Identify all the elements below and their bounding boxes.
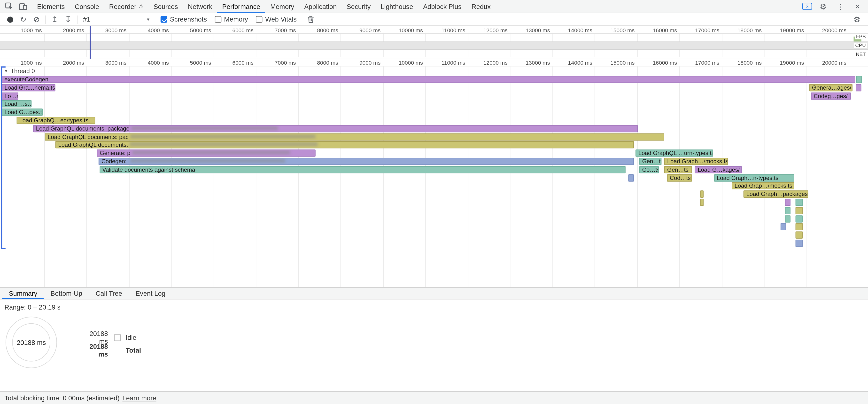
idle-swatch (114, 334, 121, 341)
flame-bar[interactable] (628, 174, 634, 181)
tab-performance[interactable]: Performance (217, 0, 265, 13)
flame-bar[interactable]: Generate: p (97, 150, 315, 157)
flame-bar[interactable]: Codegen: (99, 158, 634, 165)
reload-and-record-button[interactable]: ↻ (17, 14, 30, 25)
legend-row-total: 20188 ms Total (80, 344, 141, 356)
flame-bar[interactable] (796, 240, 803, 247)
inspect-icon[interactable] (3, 0, 15, 12)
tab-redux[interactable]: Redux (466, 0, 496, 13)
flame-bar[interactable]: Load Grap…/mocks.ts (732, 182, 795, 190)
flame-bar[interactable] (796, 215, 803, 222)
flame-bar-label: Cod…ts (670, 174, 691, 181)
thread-header[interactable]: ▼ Thread 0 (4, 68, 35, 74)
bottom-tab-call-tree[interactable]: Call Tree (89, 288, 129, 299)
grid-line (806, 65, 807, 287)
tab-lighthouse[interactable]: Lighthouse (376, 0, 418, 13)
timeline-overview[interactable]: 1000 ms2000 ms3000 ms4000 ms5000 ms6000 … (0, 26, 868, 59)
pie-total-label: 20188 ms (17, 339, 46, 346)
tab-recorder[interactable]: Recorder⚠ (104, 0, 149, 13)
flame-bar[interactable] (796, 231, 803, 239)
checkbox-web-vitals[interactable]: Web Vitals (256, 15, 297, 23)
flame-bar[interactable] (785, 215, 791, 222)
flame-bar[interactable]: Load Gra…hema.ts (2, 84, 56, 91)
flame-bar[interactable]: Load Graph…packages/ (744, 191, 808, 198)
tab-security[interactable]: Security (342, 0, 376, 13)
checkbox-screenshots[interactable]: Screenshots (161, 15, 207, 23)
record-button[interactable] (3, 14, 17, 25)
flame-bar[interactable] (856, 84, 862, 91)
tick-label: 9000 ms (342, 27, 380, 33)
flame-bar[interactable] (780, 223, 786, 230)
kebab-menu-icon[interactable]: ⋮ (834, 0, 846, 12)
recording-select[interactable]: #1 ▾ (80, 15, 153, 23)
flame-bar[interactable] (701, 199, 704, 206)
tick-label: 15000 ms (596, 60, 635, 66)
tick-label: 12000 ms (469, 27, 507, 33)
grid-line (510, 65, 510, 287)
flame-bar[interactable]: Genera…ages/ (809, 84, 852, 91)
flame-bar[interactable]: executeCodegen (2, 76, 856, 83)
tab-network[interactable]: Network (183, 0, 217, 13)
flame-bar[interactable]: Cod…ts (667, 174, 692, 181)
flame-bar[interactable]: Load Graph…n-types.ts (714, 174, 795, 181)
save-profile-button[interactable]: ↧ (62, 14, 75, 25)
details-tabbar: SummaryBottom-UpCall TreeEvent Log (0, 287, 868, 299)
flame-bar-label: Gen…ts (642, 158, 661, 164)
settings-gear-icon[interactable]: ⚙ (817, 0, 829, 12)
load-profile-button[interactable]: ↥ (48, 14, 62, 25)
tab-adblock-plus[interactable]: Adblock Plus (418, 0, 466, 13)
tab-memory[interactable]: Memory (265, 0, 299, 13)
flame-bar[interactable]: Load GraphQL documents: package (33, 125, 638, 132)
tab-label: Performance (222, 2, 260, 10)
flame-chart[interactable]: 1000 ms2000 ms3000 ms4000 ms5000 ms6000 … (0, 59, 868, 287)
clear-button[interactable]: ⊘ (30, 14, 43, 25)
tick-label: 14000 ms (554, 27, 592, 33)
flame-bar[interactable] (796, 199, 803, 206)
flame-bar[interactable]: Load Graph…/mocks.ts (664, 158, 728, 165)
summary-legend: 20188 ms Idle 20188 ms Total (80, 331, 141, 356)
bottom-tab-bottom-up[interactable]: Bottom-Up (44, 288, 89, 299)
flame-bar[interactable]: Validate documents against schema (99, 166, 626, 173)
tick-label: 1000 ms (3, 60, 42, 66)
flame-bar[interactable] (785, 199, 791, 206)
tab-console[interactable]: Console (70, 0, 104, 13)
checkbox-box[interactable] (256, 16, 262, 23)
delete-recording-button[interactable] (304, 14, 318, 25)
flame-bar[interactable]: Load GraphQL documents: (56, 142, 634, 149)
flame-bar[interactable]: Load GraphQ…ed/types.ts (17, 117, 95, 124)
flame-bar-label: Codeg…ges/ (814, 92, 848, 99)
flame-bar[interactable] (796, 223, 803, 230)
flame-bar[interactable]: Load GraphQL …urn-types.ts (636, 150, 713, 157)
learn-more-link[interactable]: Learn more (122, 394, 156, 402)
flame-bar[interactable] (856, 76, 862, 83)
tick-label: 2000 ms (45, 60, 84, 66)
capture-settings-gear-icon[interactable]: ⚙ (850, 14, 864, 25)
flame-bar[interactable]: Codeg…ges/ (811, 92, 850, 99)
checkbox-box[interactable] (215, 16, 221, 23)
checkbox-box[interactable] (161, 16, 167, 23)
flame-bar[interactable]: Gen…ts (640, 158, 661, 165)
flame-bar-label: Gen…ts (667, 166, 688, 173)
close-icon[interactable]: × (851, 0, 863, 12)
bottom-tab-summary[interactable]: Summary (2, 288, 44, 299)
messages-badge[interactable]: 3 (802, 3, 812, 10)
toolbar-divider (45, 15, 46, 24)
flame-bar-label: Validate documents against schema (102, 166, 195, 173)
tick-label: 8000 ms (300, 60, 338, 66)
flame-bar[interactable] (796, 207, 803, 214)
flame-bar[interactable] (701, 191, 704, 198)
tick-label: 3000 ms (88, 60, 126, 66)
bottom-tab-event-log[interactable]: Event Log (129, 288, 172, 299)
tab-elements[interactable]: Elements (32, 0, 70, 13)
tab-application[interactable]: Application (299, 0, 341, 13)
flame-bar[interactable] (785, 207, 791, 214)
flame-bar[interactable]: Load …s.ts (2, 100, 32, 108)
flame-bar[interactable]: Co…ts (640, 166, 659, 173)
flame-bar[interactable]: Load G…kages/ (695, 166, 742, 173)
checkbox-memory[interactable]: Memory (215, 15, 248, 23)
flame-bar[interactable]: Load G…pes.ts (2, 108, 43, 116)
flame-bar[interactable]: Gen…ts (664, 166, 692, 173)
device-toolbar-icon[interactable] (17, 0, 29, 12)
flame-bar[interactable]: Load GraphQL documents: pac (45, 133, 664, 141)
tab-sources[interactable]: Sources (149, 0, 183, 13)
